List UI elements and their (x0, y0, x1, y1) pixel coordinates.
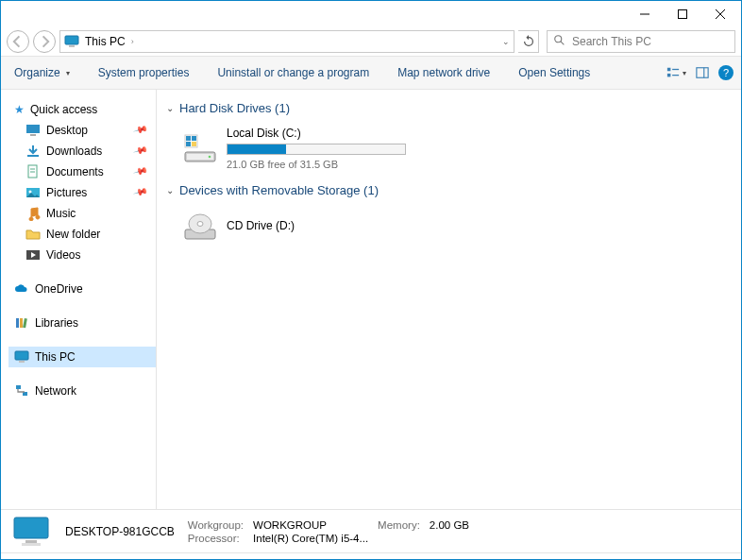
close-button[interactable] (701, 3, 739, 25)
content-pane: ⌄ Hard Disk Drives (1) Local Disk (C:) 2… (157, 90, 741, 509)
drive-free-text: 21.0 GB free of 31.5 GB (227, 159, 406, 170)
open-settings-button[interactable]: Open Settings (513, 63, 596, 82)
minimize-button[interactable] (626, 3, 664, 25)
svg-line-7 (561, 41, 565, 44)
svg-rect-12 (697, 68, 708, 78)
drive-name: CD Drive (D:) (227, 219, 295, 232)
sidebar-item-music[interactable]: Music (8, 203, 156, 224)
star-icon: ★ (14, 103, 25, 116)
downloads-icon (25, 144, 41, 159)
svg-rect-26 (15, 351, 28, 360)
view-options-button[interactable]: ▾ (666, 66, 686, 79)
breadcrumb[interactable]: This PC (85, 35, 126, 48)
map-network-drive-button[interactable]: Map network drive (392, 63, 496, 82)
svg-rect-42 (25, 540, 37, 543)
sidebar-item-network[interactable]: Network (8, 381, 156, 401)
hard-drive-icon (183, 131, 217, 165)
videos-icon (25, 247, 41, 263)
sidebar-item-label: OneDrive (35, 282, 83, 296)
sidebar-item-videos[interactable]: Videos (8, 245, 156, 265)
sidebar-item-this-pc[interactable]: This PC (8, 347, 156, 367)
svg-point-6 (555, 35, 562, 42)
svg-rect-43 (22, 543, 41, 546)
drive-local-disk[interactable]: Local Disk (C:) 21.0 GB free of 31.5 GB (166, 123, 732, 179)
back-button[interactable] (7, 30, 29, 53)
sidebar-item-label: Documents (46, 165, 104, 178)
pin-icon: 📌 (133, 122, 153, 140)
svg-rect-37 (192, 142, 196, 146)
toolbar: Organize System properties Uninstall or … (1, 56, 741, 90)
pin-icon: 📌 (133, 184, 153, 202)
svg-rect-35 (192, 136, 196, 141)
sidebar: ★ Quick access Desktop 📌 Downloads 📌 Doc… (1, 90, 157, 509)
sidebar-item-libraries[interactable]: Libraries (8, 313, 156, 333)
this-pc-icon (64, 34, 79, 49)
svg-rect-5 (69, 45, 75, 47)
folder-icon (25, 227, 41, 242)
sidebar-item-label: Pictures (46, 186, 87, 199)
system-properties-button[interactable]: System properties (93, 63, 195, 82)
sidebar-item-desktop[interactable]: Desktop 📌 (8, 120, 156, 141)
memory-label: Memory: (378, 519, 420, 531)
sidebar-item-onedrive[interactable]: OneDrive (8, 279, 156, 299)
sidebar-item-label: Desktop (46, 124, 88, 137)
svg-rect-41 (14, 518, 48, 538)
processor-label: Processor: (188, 533, 244, 544)
titlebar (1, 1, 741, 27)
sidebar-item-label: Music (46, 207, 76, 220)
breadcrumb-chevron-icon[interactable]: › (131, 37, 134, 46)
address-bar[interactable]: This PC › ⌄ (59, 30, 514, 53)
forward-button[interactable] (33, 30, 56, 53)
svg-rect-9 (667, 74, 671, 77)
sidebar-item-pictures[interactable]: Pictures 📌 (8, 182, 156, 203)
nav-row: This PC › ⌄ Search This PC (1, 27, 741, 56)
svg-point-40 (197, 222, 203, 227)
preview-pane-button[interactable] (696, 66, 709, 79)
memory-value: 2.00 GB (430, 519, 469, 531)
drive-usage-bar (227, 144, 406, 155)
cd-drive-icon (183, 209, 217, 243)
svg-rect-24 (20, 318, 23, 328)
sidebar-item-new-folder[interactable]: New folder (8, 224, 156, 245)
svg-rect-1 (679, 10, 687, 19)
onedrive-icon (14, 281, 29, 297)
sidebar-item-downloads[interactable]: Downloads 📌 (8, 141, 156, 161)
svg-rect-14 (26, 125, 40, 133)
refresh-button[interactable] (518, 30, 539, 53)
section-title: Devices with Removable Storage (1) (179, 183, 379, 197)
pin-icon: 📌 (133, 163, 153, 181)
uninstall-button[interactable]: Uninstall or change a program (211, 63, 375, 82)
search-input[interactable]: Search This PC (547, 30, 735, 53)
main-area: ★ Quick access Desktop 📌 Downloads 📌 Doc… (1, 90, 741, 509)
pin-icon: 📌 (133, 143, 153, 161)
chevron-down-icon: ⌄ (166, 103, 174, 113)
libraries-icon (14, 315, 29, 331)
computer-icon (10, 514, 52, 550)
section-header-removable[interactable]: ⌄ Devices with Removable Storage (1) (166, 183, 732, 197)
sidebar-item-label: Libraries (35, 316, 78, 330)
sidebar-item-quick-access[interactable]: ★ Quick access (8, 99, 156, 120)
organize-button[interactable]: Organize (8, 63, 76, 82)
sidebar-item-label: New folder (46, 228, 100, 241)
search-icon (553, 34, 566, 50)
documents-icon (25, 164, 41, 179)
drive-cd[interactable]: CD Drive (D:) (166, 205, 732, 252)
details-grid: Workgroup: WORKGROUP Memory: 2.00 GB Pro… (188, 519, 469, 544)
svg-rect-25 (23, 318, 27, 328)
svg-rect-4 (65, 36, 78, 44)
sidebar-item-label: Downloads (46, 144, 102, 158)
svg-rect-23 (16, 318, 19, 328)
search-placeholder: Search This PC (572, 35, 651, 48)
processor-value: Intel(R) Core(TM) i5-4... (253, 533, 368, 544)
music-icon (25, 206, 41, 221)
address-dropdown-icon[interactable]: ⌄ (502, 37, 510, 46)
help-button[interactable]: ? (718, 65, 734, 80)
sidebar-item-label: Videos (46, 248, 80, 262)
sidebar-item-label: Network (35, 384, 76, 398)
workgroup-label: Workgroup: (188, 519, 244, 531)
sidebar-item-documents[interactable]: Documents 📌 (8, 161, 156, 182)
this-pc-icon (14, 349, 29, 365)
section-title: Hard Disk Drives (1) (179, 101, 290, 115)
maximize-button[interactable] (664, 3, 701, 25)
section-header-hdd[interactable]: ⌄ Hard Disk Drives (1) (166, 101, 732, 115)
